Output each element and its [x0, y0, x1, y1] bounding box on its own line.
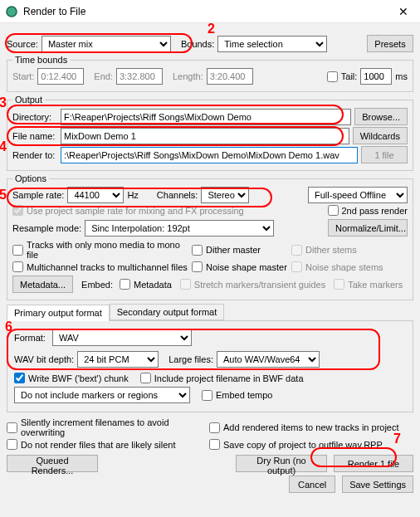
largefiles-label: Large files: [168, 354, 213, 364]
end-label: End: [94, 71, 113, 81]
multichannel-checkbox[interactable] [12, 261, 23, 272]
normalize-button[interactable]: Normalize/Limit... [328, 219, 408, 237]
embed-metadata-checkbox[interactable] [120, 279, 130, 290]
format-pane: Format: WAV WAV bit depth: 24 bit PCM La… [7, 321, 413, 412]
noisemaster-checkbox[interactable] [192, 261, 203, 272]
source-label: Source: [7, 39, 38, 49]
format-label: Format: [14, 333, 49, 343]
secondpass-label: 2nd pass render [342, 206, 408, 216]
resample-label: Resample mode: [12, 223, 81, 233]
save-settings-button[interactable]: Save Settings [342, 476, 413, 493]
presets-button[interactable]: Presets [367, 35, 413, 52]
tab-primary[interactable]: Primary output format [7, 305, 110, 321]
render-button[interactable]: Render 1 file [334, 455, 413, 472]
renderto-label: Render to: [12, 150, 57, 160]
onefile-button[interactable]: 1 file [361, 146, 408, 163]
secondpass-checkbox[interactable] [328, 205, 339, 216]
includeproj-checkbox[interactable] [140, 373, 151, 383]
dithermaster-checkbox[interactable] [192, 245, 203, 256]
svg-point-0 [7, 7, 17, 17]
useproject-checkbox [12, 205, 23, 216]
tail-label: Tail: [341, 71, 358, 81]
channels-select[interactable]: Stereo [201, 187, 249, 203]
timebounds-group: Time bounds Start: End: Length: Tail: ms [7, 55, 413, 92]
useproject-label: Use project sample rate for mixing and F… [27, 206, 244, 216]
embed-label: Embed: [81, 280, 113, 290]
app-icon [5, 5, 18, 18]
options-group: Options Sample rate: 44100 Hz Channels: … [7, 173, 413, 300]
ms-label: ms [395, 71, 408, 81]
takemarkers-checkbox [334, 279, 344, 290]
timebounds-legend: Time bounds [12, 55, 70, 65]
bounds-label: Bounds: [181, 39, 214, 49]
fullspeed-select[interactable]: Full-speed Offline [308, 187, 408, 203]
start-label: Start: [12, 71, 34, 81]
filename-label: File name: [12, 131, 57, 141]
writebwf-checkbox[interactable] [14, 373, 25, 383]
tail-checkbox[interactable] [327, 71, 338, 82]
channels-label: Channels: [157, 190, 198, 200]
filename-field[interactable] [61, 128, 349, 144]
samplerate-select[interactable]: 44100 [67, 187, 124, 203]
annot-3: 3 [0, 95, 7, 110]
stretchmarkers-checkbox [180, 279, 191, 290]
embedtempo-checkbox[interactable] [202, 390, 212, 401]
source-select[interactable]: Master mix [42, 36, 171, 52]
output-group: Output Directory: Browse... File name: W… [7, 95, 413, 171]
bounds-select[interactable]: Time selection [217, 36, 327, 52]
end-field[interactable] [116, 68, 163, 85]
bitdepth-select[interactable]: 24 bit PCM [77, 351, 159, 368]
tab-secondary[interactable]: Secondary output format [110, 304, 224, 320]
start-field[interactable] [37, 68, 84, 85]
noisestems-checkbox [291, 261, 302, 272]
ditherstems-checkbox [291, 245, 302, 256]
close-icon[interactable]: ✕ [393, 3, 413, 20]
markers-select[interactable]: Do not include markers or regions [14, 387, 190, 403]
savecopy-checkbox[interactable] [209, 439, 220, 450]
monotracks-checkbox[interactable] [12, 245, 23, 256]
largefiles-select[interactable]: Auto WAV/Wave64 [217, 351, 320, 368]
queued-renders-button[interactable]: Queued Renders... [7, 455, 98, 472]
annot-4: 4 [0, 139, 7, 154]
cancel-button[interactable]: Cancel [289, 476, 335, 493]
directory-field[interactable] [61, 109, 351, 125]
length-label: Length: [173, 71, 203, 81]
window-title: Render to File [23, 6, 393, 17]
tail-field[interactable] [360, 68, 392, 85]
browse-button[interactable]: Browse... [354, 108, 408, 125]
dryrun-button[interactable]: Dry Run (no output) [236, 455, 327, 472]
length-field[interactable] [207, 68, 253, 85]
samplerate-label: Sample rate: [12, 190, 64, 200]
donotrendersilent-checkbox[interactable] [7, 439, 17, 450]
resample-select[interactable]: Sinc Interpolation: 192pt [85, 220, 274, 237]
wildcards-button[interactable]: Wildcards [353, 127, 408, 144]
addrendered-checkbox[interactable] [209, 422, 220, 433]
hz-label: Hz [127, 190, 138, 200]
metadata-button[interactable]: Metadata... [12, 276, 73, 293]
annot-5: 5 [0, 188, 7, 202]
silentinc-checkbox[interactable] [7, 422, 17, 433]
bitdepth-label: WAV bit depth: [14, 354, 74, 364]
options-legend: Options [12, 173, 49, 183]
output-legend: Output [12, 95, 45, 105]
format-select[interactable]: WAV [52, 329, 192, 346]
renderto-field[interactable] [61, 147, 358, 163]
directory-label: Directory: [12, 112, 57, 122]
